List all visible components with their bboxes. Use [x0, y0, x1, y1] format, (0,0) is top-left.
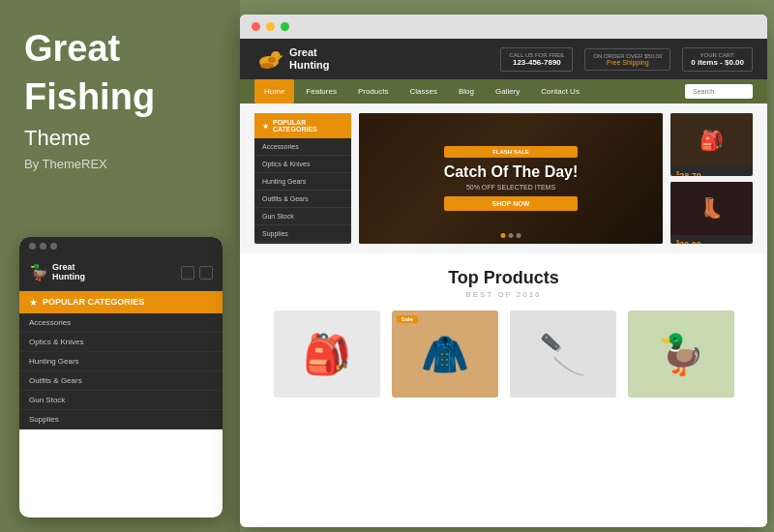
- mobile-logo-text: Great Hunting: [52, 263, 85, 282]
- mobile-preview: 🦆 Great Hunting ★ Popular Categories Acc…: [19, 237, 223, 517]
- nav-features[interactable]: Features: [296, 79, 346, 103]
- mobile-cat-item: Outfits & Gears: [19, 371, 223, 391]
- product-info-2: $39.99 Waterproof Hunting Boot Shop Now: [670, 235, 753, 245]
- hero-section: ★ Popular Categories Accessories Optics …: [240, 103, 767, 253]
- product-grid-item-2: Sale 🧥: [392, 310, 498, 403]
- nav-home[interactable]: Home: [254, 79, 294, 103]
- browser-dot-minimize[interactable]: [266, 22, 275, 31]
- mobile-categories-header: ★ Popular Categories: [19, 291, 223, 313]
- nav-blog[interactable]: Blog: [449, 79, 484, 103]
- product-image-2: 👢: [670, 182, 753, 235]
- header-info: Call Us for free 123-456-7890 On order o…: [500, 47, 753, 72]
- product-grid-item-4: 🦆: [628, 310, 734, 403]
- mobile-cat-item: Optics & Knives: [19, 333, 223, 352]
- browser-dot-maximize[interactable]: [281, 22, 289, 31]
- sale-badge: Sale: [397, 315, 418, 323]
- mobile-cat-item: Gun Stock: [19, 391, 223, 410]
- cat-item-hunting[interactable]: Hunting Gears: [254, 173, 351, 191]
- hero-title: Catch Of The Day!: [444, 163, 579, 181]
- mobile-cat-item: Accessories: [19, 313, 223, 333]
- product-price-2: $39.99: [676, 239, 747, 245]
- top-products-section: Top Products BEST OF 2016 🎒 Sale 🧥 🔪 🦆: [240, 253, 767, 418]
- duck-logo-icon: [254, 48, 283, 70]
- nav-classes[interactable]: Classes: [401, 79, 447, 103]
- mobile-cat-item: Supplies: [19, 410, 223, 429]
- mobile-dot-3: [50, 243, 57, 250]
- search-input[interactable]: [685, 84, 753, 99]
- product-grid-image-1: 🎒: [274, 310, 380, 398]
- site-nav: Home Features Products Classes Blog Gall…: [240, 79, 767, 103]
- mobile-icon-2: [199, 266, 213, 280]
- theme-title: Great Fishing: [24, 29, 216, 118]
- svg-marker-3: [281, 55, 283, 58]
- product-grid-image-3: 🔪: [510, 310, 616, 398]
- left-panel: Great Fishing Theme By ThemeREX 🦆 Great …: [0, 0, 240, 532]
- product-grid-image-4: 🦆: [628, 310, 734, 398]
- site-logo-text: Great Hunting: [289, 46, 330, 72]
- mobile-categories-list: Accessories Optics & Knives Hunting Gear…: [19, 313, 223, 429]
- header-shipping: On order over $50.00 Free Shipping: [584, 48, 670, 71]
- hero-banner: FLASH SALE Catch Of The Day! 50% OFF SEL…: [359, 113, 663, 244]
- svg-point-2: [268, 57, 276, 63]
- browser-dot-close[interactable]: [252, 22, 260, 31]
- categories-header: ★ Popular Categories: [254, 113, 351, 138]
- nav-gallery[interactable]: Gallery: [486, 79, 529, 103]
- header-cart: Your cart: 0 items - $0.00: [682, 47, 753, 72]
- product-price-1: $28.79: [676, 170, 747, 176]
- hero-cta-button[interactable]: SHOP NOW: [444, 196, 579, 211]
- product-grid-item-1: 🎒: [274, 310, 380, 403]
- products-grid: 🎒 Sale 🧥 🔪 🦆: [254, 310, 753, 403]
- svg-point-4: [260, 63, 274, 69]
- site-logo: Great Hunting: [254, 46, 330, 72]
- star-icon: ★: [262, 122, 269, 131]
- hero-dot-1[interactable]: [501, 233, 506, 238]
- theme-by: By ThemeREX: [24, 157, 216, 171]
- side-product-2: 👢 $39.99 Waterproof Hunting Boot Shop No…: [670, 182, 753, 245]
- product-grid-item-3: 🔪: [510, 310, 616, 403]
- mobile-header-icons: [181, 266, 213, 280]
- theme-subtitle: Theme: [24, 126, 216, 151]
- hero-subtitle: 50% OFF SELECTED ITEMS: [444, 184, 579, 191]
- browser-window: Great Hunting Call Us for free 123-456-7…: [240, 15, 767, 527]
- section-subtitle: BEST OF 2016: [254, 290, 753, 299]
- cat-item-accessories[interactable]: Accessories: [254, 138, 351, 156]
- hero-slider-dots: [501, 233, 521, 238]
- header-phone: Call Us for free 123-456-7890: [500, 47, 573, 72]
- mobile-logo: 🦆 Great Hunting: [29, 263, 85, 282]
- cat-item-supplies[interactable]: Supplies: [254, 225, 351, 243]
- browser-chrome: [240, 15, 767, 39]
- side-products: 🎒 $28.79 Extreme Spinning Reel Shop Now …: [670, 113, 753, 244]
- mobile-icon-1: [181, 266, 194, 280]
- star-icon: ★: [29, 297, 38, 308]
- section-title: Top Products: [254, 268, 753, 288]
- duck-icon: 🦆: [29, 263, 48, 281]
- mobile-cat-item: Hunting Gears: [19, 352, 223, 371]
- site-header: Great Hunting Call Us for free 123-456-7…: [240, 39, 767, 79]
- nav-contact[interactable]: Contact Us: [531, 79, 589, 103]
- theme-title-line2: Fishing: [24, 77, 216, 118]
- cat-item-gunstock[interactable]: Gun Stock: [254, 208, 351, 225]
- hero-dot-2[interactable]: [509, 233, 514, 238]
- categories-sidebar: ★ Popular Categories Accessories Optics …: [254, 113, 351, 244]
- product-grid-image-2: Sale 🧥: [392, 310, 498, 398]
- mobile-dot-2: [40, 243, 46, 250]
- categories-title: Popular Categories: [273, 119, 343, 133]
- cat-item-optics[interactable]: Optics & Knives: [254, 156, 351, 173]
- product-image-1: 🎒: [670, 113, 753, 166]
- theme-title-line1: Great: [24, 29, 216, 70]
- mobile-dot-1: [29, 243, 36, 250]
- mobile-site-header: 🦆 Great Hunting: [19, 255, 223, 291]
- nav-products[interactable]: Products: [348, 79, 399, 103]
- flash-sale-badge: FLASH SALE: [444, 146, 579, 158]
- hero-dot-3[interactable]: [517, 233, 521, 238]
- side-product-1: 🎒 $28.79 Extreme Spinning Reel Shop Now: [670, 113, 753, 176]
- mobile-browser-chrome: [19, 237, 223, 255]
- mobile-categories-title: Popular Categories: [43, 297, 144, 307]
- cat-item-swimbaits[interactable]: Swimbaits: [254, 243, 351, 244]
- cat-item-outfits[interactable]: Outfits & Gears: [254, 191, 351, 208]
- mobile-dots: [29, 243, 57, 250]
- product-info-1: $28.79 Extreme Spinning Reel Shop Now: [670, 166, 753, 176]
